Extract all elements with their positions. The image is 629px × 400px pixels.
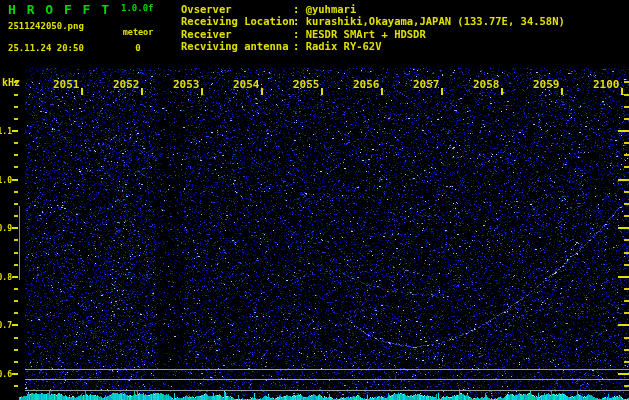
- y-axis-tick-minor: [624, 94, 629, 96]
- x-axis-tick: [321, 88, 323, 95]
- x-axis-label: 2054: [233, 78, 259, 91]
- y-axis-tick-minor: [624, 337, 629, 339]
- y-axis-tick-minor: [14, 142, 18, 144]
- x-axis-tick: [561, 88, 563, 95]
- y-axis-tick-minor: [14, 106, 18, 108]
- y-axis-tick-minor: [14, 349, 18, 351]
- x-axis-label: 2059: [533, 78, 559, 91]
- y-axis-tick-minor: [624, 106, 629, 108]
- info-label: Receiving Location: [181, 15, 293, 27]
- x-axis-tick: [381, 88, 383, 95]
- y-axis-tick-minor: [624, 166, 629, 168]
- x-axis-label: 2053: [173, 78, 199, 91]
- hrofft-window: H R O F F T 1.0.0f 2511242050.png 25.11.…: [0, 0, 629, 400]
- y-axis-tick-major: [618, 179, 629, 181]
- info-row: Receiver: NESDR SMArt + HDSDR: [181, 28, 565, 40]
- info-label: Recviving antenna: [181, 40, 293, 52]
- app-version: 1.0.0f: [121, 3, 154, 13]
- y-axis-tick-minor: [14, 239, 18, 241]
- x-axis-label: 2056: [353, 78, 379, 91]
- y-axis-label: 1.1: [0, 127, 12, 136]
- y-axis-tick-minor: [624, 154, 629, 156]
- y-axis-label: 0.9: [0, 224, 12, 233]
- reference-line: [25, 390, 629, 391]
- x-axis-label: 2058: [473, 78, 499, 91]
- y-axis-tick-minor: [624, 361, 629, 363]
- y-axis-tick-minor: [14, 191, 18, 193]
- y-axis-tick-minor: [624, 239, 629, 241]
- y-axis-tick-major: [12, 373, 18, 375]
- spectrogram-canvas: [0, 0, 629, 400]
- y-axis-tick-minor: [624, 385, 629, 387]
- y-axis-tick-minor: [14, 312, 18, 314]
- y-axis-tick-major: [618, 130, 629, 132]
- y-axis-tick-minor: [624, 142, 629, 144]
- date-time: 25.11.24 20:50: [8, 43, 84, 53]
- y-axis-tick-major: [12, 324, 18, 326]
- info-label: Receiver: [181, 28, 293, 40]
- y-axis-tick-minor: [624, 215, 629, 217]
- app-title: H R O F F T: [8, 2, 111, 17]
- y-axis-tick-minor: [624, 300, 629, 302]
- reference-line: [25, 369, 629, 370]
- y-axis-tick-major: [12, 179, 18, 181]
- y-axis-tick-minor: [624, 349, 629, 351]
- y-axis-tick-minor: [14, 385, 18, 387]
- y-axis-tick-minor: [14, 337, 18, 339]
- y-axis-tick-minor: [14, 166, 18, 168]
- y-axis-tick-minor: [14, 252, 18, 254]
- x-axis-tick: [81, 88, 83, 95]
- y-axis-tick-minor: [624, 288, 629, 290]
- info-row: Recviving antenna: Radix RY-62V: [181, 40, 565, 52]
- y-axis-tick-minor: [624, 191, 629, 193]
- y-axis-tick-minor: [14, 118, 18, 120]
- y-axis-label: 1.0: [0, 176, 12, 185]
- y-axis-label: 0.6: [0, 370, 12, 379]
- y-axis-tick-minor: [624, 252, 629, 254]
- y-axis-tick-major: [618, 227, 629, 229]
- y-axis-tick-minor: [624, 264, 629, 266]
- y-axis-tick-minor: [14, 300, 18, 302]
- meteor-counter-label: meteor: [120, 27, 156, 37]
- info-row: Receiving Location: kurashiki,Okayama,JA…: [181, 15, 565, 27]
- info-value: : kurashiki,Okayama,JAPAN (133.77E, 34.5…: [293, 15, 565, 27]
- meteor-counter-value: 0: [120, 43, 156, 53]
- y-axis-tick-minor: [624, 312, 629, 314]
- output-filename: 2511242050.png: [8, 21, 84, 31]
- y-axis-tick-minor: [14, 203, 18, 205]
- x-axis-tick: [441, 88, 443, 95]
- x-axis-label: 2052: [113, 78, 139, 91]
- info-value: : Radix RY-62V: [293, 40, 382, 52]
- info-value: : @yuhmari: [293, 3, 356, 15]
- y-axis-tick-minor: [14, 154, 18, 156]
- y-axis-tick-minor: [14, 215, 18, 217]
- info-label: Ovserver: [181, 3, 293, 15]
- x-axis-tick: [501, 88, 503, 95]
- info-value: : NESDR SMArt + HDSDR: [293, 28, 426, 40]
- x-axis-label: 2055: [293, 78, 319, 91]
- y-axis-tick-minor: [14, 94, 18, 96]
- left-scale-bar: [19, 206, 20, 280]
- y-axis-tick-minor: [624, 81, 629, 83]
- y-axis-tick-minor: [14, 81, 18, 83]
- reference-line: [25, 379, 629, 380]
- y-axis-tick-minor: [14, 264, 18, 266]
- y-axis-tick-major: [618, 276, 629, 278]
- y-axis-tick-minor: [14, 361, 18, 363]
- x-axis-label: 2100: [593, 78, 619, 91]
- x-axis-tick: [261, 88, 263, 95]
- x-axis-label: 2057: [413, 78, 439, 91]
- y-axis-label: 0.7: [0, 321, 12, 330]
- y-axis-tick-major: [618, 373, 629, 375]
- x-axis-tick: [201, 88, 203, 95]
- y-axis-tick-minor: [624, 203, 629, 205]
- x-axis-label: 2051: [53, 78, 79, 91]
- x-axis-tick: [621, 88, 623, 95]
- y-axis-tick-major: [12, 130, 18, 132]
- y-axis-tick-major: [618, 324, 629, 326]
- station-info-block: Ovserver: @yuhmariReceiving Location: ku…: [181, 3, 565, 52]
- y-axis-tick-major: [12, 276, 18, 278]
- y-axis-tick-minor: [14, 288, 18, 290]
- y-axis-tick-major: [12, 227, 18, 229]
- info-row: Ovserver: @yuhmari: [181, 3, 565, 15]
